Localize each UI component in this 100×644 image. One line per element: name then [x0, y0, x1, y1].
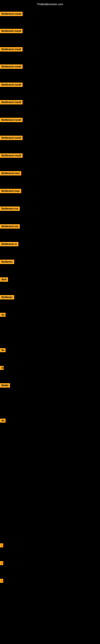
- bottleneck-result-badge: Bo: [0, 418, 6, 422]
- bottleneck-result-badge: Bottle: [0, 383, 10, 388]
- bottleneck-result-badge: Bottleneck resu: [0, 189, 21, 193]
- site-title: TheBottlenecker.com: [0, 1, 100, 8]
- bottleneck-result-badge: Bottleneck result: [0, 12, 23, 16]
- bottleneck-result-badge: Bottleneck result: [0, 64, 23, 69]
- bottleneck-result-badge: |: [0, 544, 3, 548]
- bottleneck-result-badge: Bo: [0, 348, 6, 352]
- bottleneck-result-badge: Bottlenec: [0, 295, 14, 300]
- bottleneck-result-badge: Bottleneck result: [0, 100, 23, 104]
- bottleneck-result-badge: Bottleneck result: [0, 47, 23, 52]
- bottleneck-result-badge: Bottleneck result: [0, 29, 23, 33]
- bottleneck-result-badge: Bottleneck result: [0, 82, 23, 87]
- bottleneck-result-badge: |: [0, 579, 3, 583]
- bottleneck-result-badge: Bottleneck result: [0, 136, 23, 140]
- bottleneck-result-badge: Bottleneck result: [0, 118, 23, 122]
- bottleneck-result-badge: |: [0, 561, 3, 565]
- bottleneck-result-badge: Bottleneck resu: [0, 171, 21, 176]
- bottleneck-result-badge: Bott: [0, 277, 8, 282]
- bottleneck-result-badge: Bottleneck res: [0, 206, 20, 211]
- bottleneck-result-badge: Bottleneck result: [0, 153, 23, 158]
- bottleneck-result-badge: B: [0, 366, 3, 370]
- bottleneck-result-badge: Bottleneck res: [0, 224, 20, 228]
- bottleneck-result-badge: Bottlenec: [0, 260, 14, 264]
- bottleneck-result-badge: Bo: [0, 313, 6, 317]
- bottleneck-result-badge: Bottleneck re: [0, 242, 18, 246]
